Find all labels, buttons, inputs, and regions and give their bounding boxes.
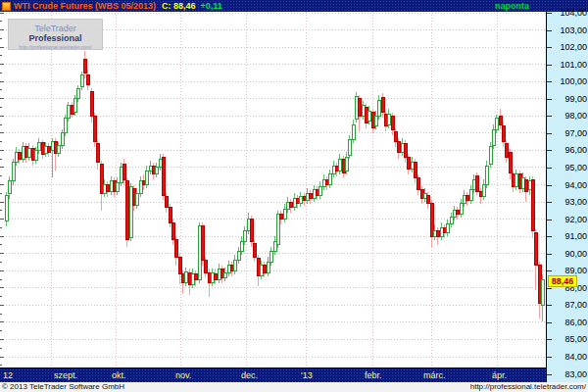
time-axis-label: febr. <box>365 370 382 381</box>
candle <box>61 133 64 145</box>
candle <box>162 157 165 195</box>
price-axis-label: 87,00 <box>564 301 587 310</box>
price-tick <box>547 322 552 323</box>
time-axis-label: dec. <box>241 370 258 381</box>
candle <box>509 152 512 172</box>
time-axis-label: 12 <box>3 370 13 381</box>
candle <box>145 171 148 184</box>
candle <box>514 174 517 186</box>
candle <box>407 157 410 169</box>
price-axis-label: 91,00 <box>564 232 587 241</box>
time-axis[interactable]: 12szept.okt.nov.dec.'13febr.márc.ápr. <box>0 368 546 383</box>
price-axis-label: 95,00 <box>564 164 587 172</box>
candle <box>387 115 390 125</box>
price-change-label: +0,11 <box>201 1 222 11</box>
candle <box>86 74 89 85</box>
candle <box>541 280 544 306</box>
teletrader-chart-window: WTI Crude Futures (WBS 05/2013) C: 88,46… <box>0 0 588 392</box>
candle <box>318 186 321 195</box>
candle <box>106 185 109 192</box>
candle <box>446 224 449 233</box>
time-axis-label: okt. <box>112 370 126 381</box>
candle <box>169 207 172 222</box>
candle <box>57 145 60 154</box>
price-tick <box>547 254 552 255</box>
candle <box>243 231 246 242</box>
candle <box>482 185 485 197</box>
candle <box>450 218 453 224</box>
price-tick <box>547 270 552 271</box>
candle <box>374 116 377 126</box>
candle <box>201 226 204 261</box>
watermark-brand-light: TeleTrader <box>34 24 76 33</box>
price-axis-label: 84,00 <box>564 353 587 362</box>
candlestick-chart-area[interactable]: TeleTrader Professional http://professio… <box>0 12 546 368</box>
candle <box>289 202 292 207</box>
candle <box>309 193 312 198</box>
price-tick <box>547 168 552 169</box>
candle <box>414 163 416 178</box>
candle <box>328 174 331 185</box>
candle <box>505 143 508 157</box>
price-axis-label: 104,00 <box>560 9 587 18</box>
candle <box>214 274 217 279</box>
price-axis-label: 83,00 <box>564 370 587 379</box>
current-price-tag: 88,46 <box>548 275 577 287</box>
candle <box>502 126 505 142</box>
candle <box>233 261 236 271</box>
candle <box>534 233 537 266</box>
candle <box>250 220 253 242</box>
candle <box>93 116 96 141</box>
candle <box>352 124 355 140</box>
candle <box>90 92 93 117</box>
price-tick <box>547 220 552 220</box>
candle <box>499 116 502 124</box>
candle <box>194 274 197 280</box>
time-axis-label: szept. <box>54 370 77 381</box>
candle <box>64 118 67 133</box>
price-axis-label: 90,00 <box>564 250 587 259</box>
candle <box>460 204 463 215</box>
candle <box>8 181 11 193</box>
candle <box>489 147 492 165</box>
watermark-brand: TeleTrader Professional <box>9 24 102 43</box>
candle <box>397 142 400 153</box>
price-tick <box>547 374 552 375</box>
price-tick <box>547 133 552 134</box>
price-tick <box>547 81 552 82</box>
candle <box>283 209 286 220</box>
candle <box>348 140 351 156</box>
price-axis-label: 97,00 <box>564 129 587 138</box>
candle <box>416 177 419 189</box>
price-tick <box>547 236 552 237</box>
price-tick <box>547 185 552 186</box>
candle <box>12 163 15 181</box>
candle <box>27 149 30 158</box>
footer-url: http://professional.teletrader.com/ <box>470 382 586 392</box>
candle <box>456 211 459 215</box>
candle <box>83 59 86 73</box>
instrument-icon <box>2 2 11 11</box>
candle <box>76 88 79 99</box>
time-axis-label: nov. <box>175 370 191 381</box>
candle <box>37 143 40 151</box>
price-axis[interactable]: 88,46 104,00103,00102,00101,00100,0099,0… <box>546 12 588 382</box>
interval-label[interactable]: naponta <box>495 0 529 12</box>
candle <box>240 241 243 252</box>
price-axis-label: 96,00 <box>564 146 587 155</box>
candle <box>345 157 348 171</box>
candle <box>116 183 119 192</box>
price-axis-label: 101,00 <box>560 61 587 70</box>
price-tick <box>547 99 552 100</box>
time-axis-label: '13 <box>301 370 313 381</box>
price-axis-label: 98,00 <box>564 112 587 121</box>
candlestick-plot[interactable] <box>0 12 546 368</box>
candle <box>426 195 429 204</box>
instrument-title: WTI Crude Futures (WBS 05/2013) <box>14 1 156 11</box>
price-axis-label: 92,00 <box>564 216 587 224</box>
price-tick <box>547 30 552 31</box>
candle <box>368 111 370 122</box>
price-tick <box>547 339 552 340</box>
price-axis-label: 93,00 <box>564 198 587 207</box>
price-tick <box>547 116 552 117</box>
